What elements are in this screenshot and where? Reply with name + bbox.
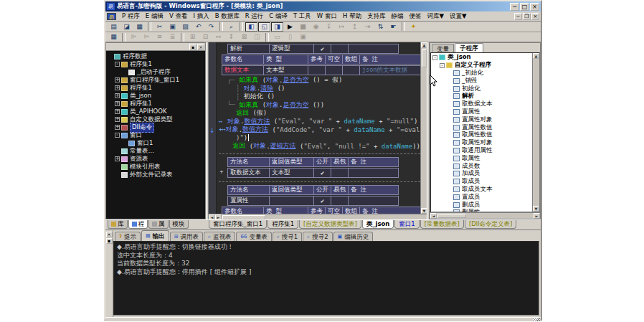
tree-item[interactable]: 取成员 bbox=[432, 178, 532, 186]
tab-变量[interactable]: 变量 bbox=[432, 44, 454, 52]
menu-item-E[interactable]: E 编辑 bbox=[143, 11, 166, 22]
layout-left-toggle[interactable]: ◧ bbox=[245, 22, 257, 32]
menu-item-T[interactable]: T 工具 bbox=[290, 11, 314, 22]
scroll-down-icon[interactable]: ▼ bbox=[533, 206, 539, 212]
tree-item[interactable]: +Dll命令 bbox=[108, 123, 205, 131]
redo-button[interactable]: ↷ bbox=[205, 22, 217, 32]
table-row[interactable]: 置属性✔ bbox=[219, 196, 420, 207]
row-add-icon[interactable]: + bbox=[219, 168, 224, 176]
tree-item[interactable]: +类_json bbox=[108, 92, 205, 100]
scroll-thumb[interactable] bbox=[222, 215, 265, 219]
menu-item-B[interactable]: B 数据库 bbox=[212, 11, 242, 22]
minimize-button[interactable]: − bbox=[510, 3, 519, 11]
output-tab-输出[interactable]: ▤输出 bbox=[141, 230, 169, 241]
tree-item[interactable]: 常量表… bbox=[108, 147, 205, 155]
form-grid-button[interactable]: ▦ bbox=[108, 32, 120, 42]
panel-tab-库[interactable]: 库 bbox=[108, 220, 128, 229]
table-header-cell[interactable]: 类 型 bbox=[264, 55, 308, 65]
table-cell[interactable] bbox=[349, 44, 399, 54]
mdi-maximize-button[interactable]: ❐ bbox=[523, 13, 531, 20]
table-cell[interactable] bbox=[349, 196, 399, 205]
layout-top-toggle[interactable]: ◱ bbox=[258, 22, 270, 32]
tree-item[interactable]: _初始化 bbox=[432, 70, 532, 77]
panel-tab-程[interactable]: 程 bbox=[128, 220, 148, 229]
menu-item-I[interactable]: I 插入 bbox=[190, 11, 212, 22]
maximize-button[interactable]: □ bbox=[520, 3, 529, 11]
table-row[interactable]: 参数名类 型参考可空数组备 注 bbox=[219, 207, 420, 214]
table-cell[interactable]: 逻辑型 bbox=[270, 44, 314, 54]
expander-icon[interactable]: + bbox=[115, 109, 120, 114]
expander-icon[interactable]: - bbox=[115, 133, 120, 138]
goto-line-button[interactable]: ⇅ bbox=[374, 22, 387, 32]
tree-item[interactable]: +程序集1 bbox=[108, 84, 205, 92]
tree-item[interactable]: 模块引用表 bbox=[108, 163, 205, 171]
table-cell[interactable]: ✔ bbox=[314, 196, 331, 205]
table-cell[interactable]: 解析 bbox=[228, 44, 270, 54]
menu-item-R[interactable]: R 运行 bbox=[242, 11, 267, 22]
tree-item[interactable]: 程序数据 bbox=[108, 52, 205, 60]
output-console[interactable]: ◆.易语言助手提醒您：切换链接器成功！选中文本长度为：4当前数据类型长度为：32… bbox=[113, 241, 539, 316]
expander-icon[interactable]: + bbox=[115, 101, 120, 106]
menu-item-[interactable]: 静编 bbox=[389, 11, 407, 22]
resize-grip[interactable] bbox=[533, 318, 540, 321]
tree-item[interactable]: 成员数 bbox=[432, 162, 532, 170]
table-cell[interactable]: 文本型 bbox=[270, 168, 314, 177]
table-header-cell[interactable]: 返回值类型 bbox=[270, 157, 314, 166]
license-key-button[interactable]: ✦ bbox=[407, 22, 420, 32]
table-cell[interactable] bbox=[331, 44, 349, 54]
document-tab[interactable]: [常量数据表] bbox=[420, 220, 464, 229]
tree-item[interactable]: -窗口 bbox=[108, 131, 205, 139]
table-cell[interactable] bbox=[326, 66, 343, 75]
new-button[interactable]: ▤ bbox=[108, 22, 120, 32]
table-header-cell[interactable]: 参考 bbox=[308, 55, 326, 65]
close-output-button[interactable]: × bbox=[106, 232, 113, 237]
tree-item[interactable]: 置属性 bbox=[432, 108, 532, 116]
output-tab-编辑历史[interactable]: ▣编辑历史 bbox=[333, 232, 374, 241]
expander-icon[interactable]: + bbox=[115, 156, 120, 161]
tree-item[interactable]: 置属性数值 bbox=[432, 123, 532, 131]
tree-item[interactable]: -自定义子程序 bbox=[432, 62, 532, 70]
table-header-cell[interactable]: 参考 bbox=[308, 207, 326, 214]
copy-button[interactable]: ▣ bbox=[166, 22, 179, 32]
table-row[interactable]: 数据文本文本型json的文本数据 bbox=[219, 65, 420, 76]
tree-item[interactable]: 初始化 bbox=[432, 85, 532, 93]
code-line[interactable]: )") bbox=[219, 134, 420, 143]
document-tab[interactable]: [自定义数据类型表] bbox=[299, 220, 361, 229]
table-cell[interactable] bbox=[343, 66, 360, 75]
table-cell[interactable] bbox=[308, 66, 326, 75]
table-header-cell[interactable]: 数组 bbox=[343, 207, 360, 214]
layout-right-toggle[interactable]: ◨ bbox=[271, 22, 283, 32]
code-editor[interactable]: ↓ 解析逻辑型✔参数名类 型参考可空数组备 注数据文本文本型json的文本数据┌… bbox=[209, 42, 427, 219]
tree-item[interactable]: 取属性 bbox=[432, 154, 532, 162]
document-tab[interactable]: 窗口程序集_窗口1 bbox=[209, 220, 267, 229]
panel-close-button[interactable]: × bbox=[197, 44, 204, 50]
tab-子程序[interactable]: 子程序 bbox=[455, 43, 483, 52]
table-header-cell[interactable]: 方法名 bbox=[228, 157, 270, 166]
scroll-up-icon[interactable]: ▲ bbox=[421, 42, 427, 48]
document-tab[interactable]: 程序集1 bbox=[267, 220, 298, 229]
tree-item[interactable]: +类_APIHOOK bbox=[108, 108, 205, 115]
table-cell[interactable]: 数据文本 bbox=[222, 66, 264, 75]
tree-item[interactable]: 取属性数值 bbox=[432, 131, 532, 139]
tree-item[interactable]: -类_json bbox=[432, 54, 532, 62]
scroll-thumb[interactable] bbox=[422, 49, 427, 67]
panel-tab-模块[interactable]: 模块 bbox=[169, 220, 189, 229]
table-header-cell[interactable]: 易包 bbox=[331, 185, 349, 194]
menu-item-[interactable]: 支持库 bbox=[364, 11, 389, 22]
table-row[interactable]: 方法名返回值类型公开易包备 注 bbox=[219, 185, 420, 196]
menu-item-V[interactable]: V 查看 bbox=[166, 11, 191, 22]
table-header-cell[interactable]: 备 注 bbox=[349, 185, 399, 194]
table-cell[interactable]: 置属性 bbox=[228, 196, 270, 205]
close-button[interactable]: × bbox=[530, 3, 539, 11]
document-tab[interactable]: [Dll命令定义表] bbox=[465, 220, 516, 229]
document-tab[interactable]: 窗口1 bbox=[394, 220, 419, 229]
table-header-cell[interactable]: 类 型 bbox=[264, 207, 308, 214]
tree-item[interactable]: -程序集1 bbox=[108, 60, 205, 68]
table-header-cell[interactable]: 备 注 bbox=[360, 207, 421, 214]
table-header-cell[interactable]: 备 注 bbox=[349, 157, 399, 166]
output-tab-监视表[interactable]: ⌕监视表 bbox=[204, 232, 235, 241]
menu-item-W[interactable]: W 窗口 bbox=[314, 11, 340, 22]
table-cell[interactable]: ✔ bbox=[314, 44, 331, 54]
menu-item-[interactable]: 设置▼ bbox=[447, 11, 470, 22]
save-button[interactable]: ▦ bbox=[133, 22, 146, 32]
